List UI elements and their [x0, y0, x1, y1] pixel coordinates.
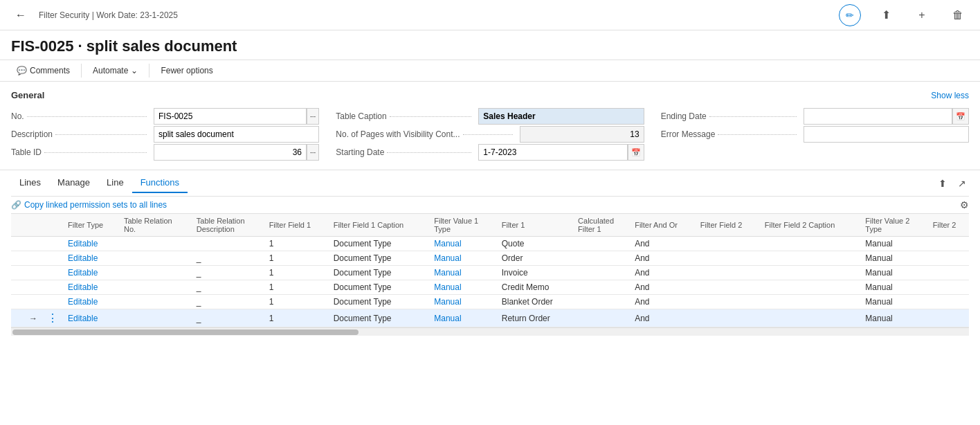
delete-icon: 🗑 — [952, 9, 963, 21]
table-row[interactable]: Editable_1Document TypeManualInvoiceAndM… — [11, 266, 969, 280]
show-less-button[interactable]: Show less — [931, 91, 969, 100]
table-id-input-wrap: ··· — [154, 144, 319, 161]
row-arrow — [25, 266, 42, 280]
top-bar: ← Filter Security | Work Date: 23-1-2025… — [0, 0, 980, 30]
table-rel-desc-cell: _ — [192, 280, 265, 295]
filter-and-or-cell: And — [630, 309, 696, 327]
filter-2-cell — [929, 251, 969, 266]
table-caption-input[interactable] — [478, 108, 644, 125]
filter-field-2-caption-cell — [761, 280, 862, 295]
open-new-icon[interactable]: ↗ — [955, 175, 969, 192]
col-filter-field-1-caption: Filter Field 1 Caption — [329, 214, 430, 237]
ending-date-calendar-button[interactable]: 📅 — [952, 108, 969, 125]
table-id-lookup-button[interactable]: ··· — [307, 144, 319, 161]
expand-icon[interactable]: ⬆ — [936, 175, 950, 192]
fewer-options-button[interactable]: Fewer options — [155, 63, 218, 78]
description-field-row: Description — [11, 125, 319, 143]
no-lookup-button[interactable]: ··· — [307, 108, 319, 125]
no-input[interactable] — [154, 108, 307, 125]
filter-value-1-type-cell: Manual — [430, 280, 497, 295]
table-rel-no-cell — [120, 280, 192, 295]
filter-field-2-cell — [696, 237, 761, 251]
filter-value-1-type-cell: Manual — [430, 295, 497, 309]
calc-filter-1-cell — [574, 251, 630, 266]
starting-date-calendar-button[interactable]: 📅 — [628, 144, 644, 161]
filter-1-cell: Quote — [498, 237, 574, 251]
toolbar-separator — [81, 64, 82, 78]
filter-1-cell: Blanket Order — [498, 295, 574, 309]
filter-field-2-caption-cell — [761, 295, 862, 309]
data-table: Filter Type Table RelationNo. Table Rela… — [11, 214, 969, 327]
filter-1-cell: Credit Memo — [498, 280, 574, 295]
share-button[interactable]: ⬆ — [875, 4, 897, 26]
col-calc-filter-1: CalculatedFilter 1 — [574, 214, 630, 237]
filter-field-2-caption-cell — [761, 266, 862, 280]
table-body: Editable1Document TypeManualQuoteAndManu… — [11, 237, 969, 327]
settings-icon[interactable]: ⚙ — [960, 199, 969, 210]
filter-field-2-cell — [696, 251, 761, 266]
tab-manage[interactable]: Manage — [49, 173, 98, 193]
data-table-wrap: Filter Type Table RelationNo. Table Rela… — [11, 214, 969, 327]
edit-button[interactable]: ✏ — [839, 4, 861, 26]
top-bar-actions: ✏ ⬆ + 🗑 — [839, 4, 969, 26]
table-row[interactable]: Editable_1Document TypeManualOrderAndMan… — [11, 251, 969, 266]
filter-2-cell — [929, 280, 969, 295]
filter-2-cell — [929, 266, 969, 280]
ending-date-input-wrap: 📅 — [804, 108, 969, 125]
col-kebab — [42, 214, 64, 237]
filter-value-1-type-cell: Manual — [430, 309, 497, 327]
kebab-icon[interactable]: ⋮ — [46, 312, 60, 324]
row-kebab — [42, 237, 64, 251]
calc-filter-1-cell — [574, 266, 630, 280]
filter-1-cell: Invoice — [498, 266, 574, 280]
row-kebab[interactable]: ⋮ — [42, 309, 64, 327]
add-button[interactable]: + — [911, 4, 933, 26]
tab-functions[interactable]: Functions — [132, 173, 188, 193]
delete-button[interactable]: 🗑 — [947, 4, 969, 26]
automate-button[interactable]: Automate ⌄ — [87, 63, 143, 78]
row-arrow — [25, 251, 42, 266]
filter-field-1-cell: 1 — [265, 266, 329, 280]
table-id-input[interactable] — [154, 144, 307, 161]
table-rel-no-cell — [120, 295, 192, 309]
filter-value-2-type-cell: Manual — [861, 251, 928, 266]
table-row[interactable]: Editable_1Document TypeManualBlanket Ord… — [11, 295, 969, 309]
ending-date-input[interactable] — [804, 108, 952, 125]
description-input[interactable] — [154, 126, 319, 143]
starting-date-label: Starting Date — [336, 147, 474, 157]
row-checkbox — [11, 295, 25, 309]
table-row[interactable]: Editable_1Document TypeManualCredit Memo… — [11, 280, 969, 295]
col-filter-field-1: Filter Field 1 — [265, 214, 329, 237]
copy-link[interactable]: 🔗 Copy linked permission sets to all lin… — [11, 200, 167, 210]
tab-lines[interactable]: Lines — [11, 173, 49, 193]
filter-value-2-type-cell: Manual — [861, 309, 928, 327]
no-of-pages-input — [520, 126, 644, 143]
table-header-row: Filter Type Table RelationNo. Table Rela… — [11, 214, 969, 237]
no-of-pages-field-row: No. of Pages with Visibility Cont... — [336, 125, 644, 143]
comments-icon: 💬 — [17, 66, 27, 75]
scroll-thumb[interactable] — [12, 329, 359, 335]
filter-field-1-caption-cell: Document Type — [329, 237, 430, 251]
row-arrow — [25, 280, 42, 295]
starting-date-input[interactable] — [478, 144, 627, 161]
row-arrow: → — [25, 309, 42, 327]
table-rel-desc-cell — [192, 237, 265, 251]
table-caption-label: Table Caption — [336, 111, 474, 121]
calc-filter-1-cell — [574, 237, 630, 251]
table-rel-desc-cell: _ — [192, 266, 265, 280]
comments-button[interactable]: 💬 Comments — [11, 63, 75, 78]
section-title: General — [11, 90, 44, 100]
table-rel-no-cell — [120, 251, 192, 266]
tab-line[interactable]: Line — [98, 173, 132, 193]
col-table-rel-desc: Table RelationDescription — [192, 214, 265, 237]
scroll-bar-area[interactable] — [11, 327, 969, 336]
field-group-col2: Table Caption No. of Pages with Visibili… — [336, 107, 644, 161]
no-input-wrap: ··· — [154, 108, 319, 125]
back-button[interactable]: ← — [11, 6, 30, 25]
error-message-field-row: Error Message — [661, 125, 969, 143]
table-id-field-row: Table ID ··· — [11, 143, 319, 161]
error-message-input[interactable] — [804, 126, 969, 143]
table-row[interactable]: Editable1Document TypeManualQuoteAndManu… — [11, 237, 969, 251]
filter-field-1-caption-cell: Document Type — [329, 309, 430, 327]
table-row[interactable]: →⋮Editable_1Document TypeManualReturn Or… — [11, 309, 969, 327]
